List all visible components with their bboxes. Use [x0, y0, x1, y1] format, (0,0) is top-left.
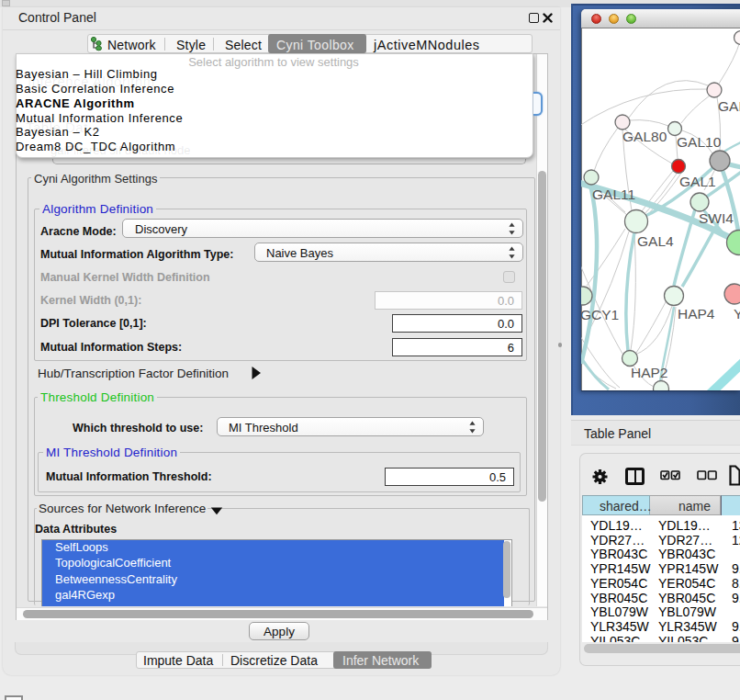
- svg-text:HAP2: HAP2: [631, 365, 668, 380]
- svg-text:HAP4: HAP4: [678, 306, 715, 322]
- svg-text:Y: Y: [734, 306, 740, 322]
- svg-text:GAL10: GAL10: [677, 134, 722, 150]
- svg-text:SWI4: SWI4: [699, 210, 734, 226]
- svg-text:GAL80: GAL80: [622, 129, 667, 144]
- svg-text:GAL11: GAL11: [592, 186, 635, 202]
- svg-text:GAL: GAL: [718, 98, 740, 114]
- svg-text:GAL1: GAL1: [679, 174, 716, 189]
- svg-text:GAL4: GAL4: [637, 233, 674, 249]
- svg-text:GCY1: GCY1: [581, 307, 619, 322]
